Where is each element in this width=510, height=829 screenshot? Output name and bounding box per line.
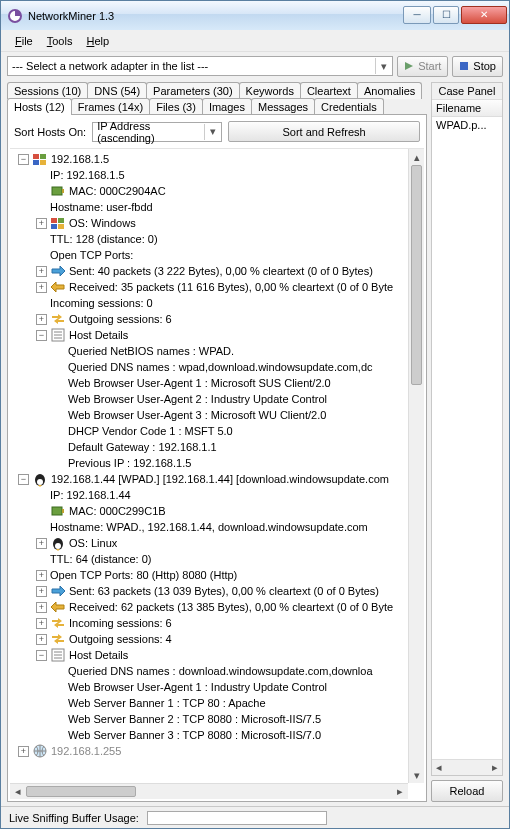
window-title: NetworkMiner 1.3 (28, 10, 114, 22)
expand-icon[interactable]: + (36, 618, 47, 629)
tree-node[interactable]: +Received: 35 packets (11 616 Bytes), 0,… (12, 279, 424, 295)
scroll-left-icon[interactable]: ◂ (10, 784, 26, 799)
collapse-icon[interactable]: − (36, 330, 47, 341)
svg-rect-2 (460, 62, 468, 70)
tree-node[interactable]: −Host Details (12, 327, 424, 343)
tree-node[interactable]: +Open TCP Ports: 80 (Http) 8080 (Http) (12, 567, 424, 583)
tab-sessions-10-[interactable]: Sessions (10) (7, 82, 88, 99)
tree-node[interactable]: Incoming sessions: 0 (12, 295, 424, 311)
scroll-thumb[interactable] (411, 165, 422, 385)
tree-node[interactable]: Web Browser User-Agent 2 : Industry Upda… (12, 391, 424, 407)
vertical-scrollbar[interactable]: ▴ ▾ (408, 149, 424, 783)
horizontal-scrollbar[interactable]: ◂ ▸ (10, 783, 408, 799)
tab-credentials[interactable]: Credentials (314, 98, 384, 115)
tree-node[interactable]: Queried NetBIOS names : WPAD. (12, 343, 424, 359)
tree-node[interactable]: +OS: Linux (12, 535, 424, 551)
case-panel-hscroll[interactable]: ◂ ▸ (432, 759, 502, 775)
scroll-right-icon[interactable]: ▸ (392, 784, 408, 799)
tree-node-label: 192.168.1.44 [WPAD.] [192.168.1.44] [dow… (51, 471, 389, 487)
tree-node[interactable]: Web Browser User-Agent 3 : Microsoft WU … (12, 407, 424, 423)
start-button[interactable]: Start (397, 56, 448, 77)
collapse-icon[interactable]: − (36, 650, 47, 661)
expand-icon[interactable]: + (36, 634, 47, 645)
tree-node[interactable]: MAC: 000C299C1B (12, 503, 424, 519)
expand-icon[interactable]: + (36, 314, 47, 325)
expand-icon[interactable]: + (36, 586, 47, 597)
menu-tools[interactable]: Tools (47, 35, 73, 47)
tree-node[interactable]: +192.168.1.255 (12, 743, 424, 759)
tab-files-3-[interactable]: Files (3) (149, 98, 203, 115)
tab-hosts-12-[interactable]: Hosts (12) (7, 98, 72, 115)
expand-icon[interactable]: + (36, 266, 47, 277)
tree-node[interactable]: Previous IP : 192.168.1.5 (12, 455, 424, 471)
collapse-icon[interactable]: − (18, 154, 29, 165)
tree-node[interactable]: Default Gateway : 192.168.1.1 (12, 439, 424, 455)
tab-frames-14x-[interactable]: Frames (14x) (71, 98, 150, 115)
tree-node[interactable]: Web Server Banner 1 : TCP 80 : Apache (12, 695, 424, 711)
stop-button[interactable]: Stop (452, 56, 503, 77)
sort-refresh-button[interactable]: Sort and Refresh (228, 121, 420, 142)
tree-node[interactable]: +Sent: 40 packets (3 222 Bytes), 0,00 % … (12, 263, 424, 279)
minimize-button[interactable]: ─ (403, 6, 431, 24)
tree-node[interactable]: +Outgoing sessions: 4 (12, 631, 424, 647)
expand-icon[interactable]: + (36, 538, 47, 549)
collapse-icon[interactable]: − (18, 474, 29, 485)
reload-button[interactable]: Reload (431, 780, 503, 802)
tree-node[interactable]: DHCP Vendor Code 1 : MSFT 5.0 (12, 423, 424, 439)
tree-node[interactable]: IP: 192.168.1.44 (12, 487, 424, 503)
scroll-up-icon[interactable]: ▴ (409, 149, 424, 165)
tree-node[interactable]: Web Server Banner 3 : TCP 8080 : Microso… (12, 727, 424, 743)
tree-node[interactable]: +OS: Windows (12, 215, 424, 231)
svg-rect-9 (51, 218, 57, 223)
tree-node[interactable]: Queried DNS names : download.windowsupda… (12, 663, 424, 679)
tree-node[interactable]: +Incoming sessions: 6 (12, 615, 424, 631)
expand-icon[interactable]: + (36, 282, 47, 293)
case-panel-column[interactable]: Filename (432, 100, 502, 117)
tab-messages[interactable]: Messages (251, 98, 315, 115)
tree-node-label: DHCP Vendor Code 1 : MSFT 5.0 (68, 423, 233, 439)
menu-help[interactable]: Help (86, 35, 109, 47)
tab-parameters-30-[interactable]: Parameters (30) (146, 82, 239, 99)
tree-node[interactable]: IP: 192.168.1.5 (12, 167, 424, 183)
stop-icon (459, 61, 469, 71)
close-button[interactable]: ✕ (461, 6, 507, 24)
expand-icon[interactable]: + (18, 746, 29, 757)
tree-node[interactable]: Queried DNS names : wpad,download.window… (12, 359, 424, 375)
host-tree[interactable]: −192.168.1.5IP: 192.168.1.5MAC: 000C2904… (10, 149, 424, 799)
scroll-right-icon[interactable]: ▸ (488, 760, 502, 775)
sort-select[interactable]: IP Address (ascending) ▾ (92, 122, 222, 142)
case-panel-item[interactable]: WPAD.p... (432, 117, 502, 133)
expand-icon[interactable]: + (36, 570, 47, 581)
adapter-select[interactable]: --- Select a network adapter in the list… (7, 56, 393, 76)
tree-node[interactable]: Web Server Banner 2 : TCP 8080 : Microso… (12, 711, 424, 727)
tab-keywords[interactable]: Keywords (239, 82, 301, 99)
scroll-down-icon[interactable]: ▾ (409, 767, 424, 783)
scroll-thumb[interactable] (26, 786, 136, 797)
tree-node[interactable]: −Host Details (12, 647, 424, 663)
tree-node-label: Web Browser User-Agent 3 : Microsoft WU … (68, 407, 326, 423)
tab-images[interactable]: Images (202, 98, 252, 115)
tree-node[interactable]: +Received: 62 packets (13 385 Bytes), 0,… (12, 599, 424, 615)
menu-file[interactable]: File (15, 35, 33, 47)
tree-node[interactable]: Web Browser User-Agent 1 : Microsoft SUS… (12, 375, 424, 391)
tree-node[interactable]: Open TCP Ports: (12, 247, 424, 263)
tree-node[interactable]: −192.168.1.44 [WPAD.] [192.168.1.44] [do… (12, 471, 424, 487)
scroll-left-icon[interactable]: ◂ (432, 760, 446, 775)
tree-node[interactable]: Hostname: WPAD., 192.168.1.44, download.… (12, 519, 424, 535)
tree-node[interactable]: TTL: 64 (distance: 0) (12, 551, 424, 567)
tree-node[interactable]: TTL: 128 (distance: 0) (12, 231, 424, 247)
tab-anomalies[interactable]: Anomalies (357, 82, 422, 99)
tree-node[interactable]: −192.168.1.5 (12, 151, 424, 167)
tab-cleartext[interactable]: Cleartext (300, 82, 358, 99)
svg-marker-23 (38, 485, 42, 487)
chevron-down-icon: ▾ (375, 58, 391, 74)
tree-node[interactable]: +Outgoing sessions: 6 (12, 311, 424, 327)
expand-icon[interactable]: + (36, 218, 47, 229)
maximize-button[interactable]: ☐ (433, 6, 459, 24)
expand-icon[interactable]: + (36, 602, 47, 613)
tree-node[interactable]: Web Browser User-Agent 1 : Industry Upda… (12, 679, 424, 695)
tree-node[interactable]: +Sent: 63 packets (13 039 Bytes), 0,00 %… (12, 583, 424, 599)
tree-node[interactable]: Hostname: user-fbdd (12, 199, 424, 215)
tab-dns-54-[interactable]: DNS (54) (87, 82, 147, 99)
tree-node[interactable]: MAC: 000C2904AC (12, 183, 424, 199)
